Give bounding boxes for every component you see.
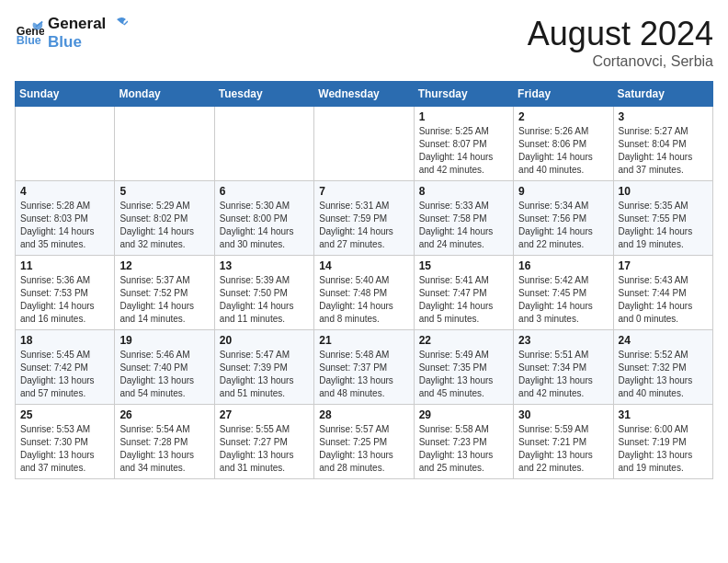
svg-text:Blue: Blue [17, 34, 41, 47]
day-number: 26 [119, 408, 209, 421]
day-detail: Sunrise: 5:51 AMSunset: 7:34 PMDaylight:… [518, 349, 608, 400]
day-detail: Sunrise: 5:28 AMSunset: 8:03 PMDaylight:… [20, 200, 109, 251]
calendar-cell: 27Sunrise: 5:55 AMSunset: 7:27 PMDayligh… [214, 405, 313, 479]
calendar-cell: 22Sunrise: 5:49 AMSunset: 7:35 PMDayligh… [414, 330, 513, 405]
calendar-cell: 24Sunrise: 5:52 AMSunset: 7:32 PMDayligh… [613, 330, 712, 405]
day-detail: Sunrise: 5:45 AMSunset: 7:42 PMDaylight:… [20, 349, 109, 400]
calendar-cell: 14Sunrise: 5:40 AMSunset: 7:48 PMDayligh… [314, 256, 414, 330]
day-number: 3 [619, 110, 708, 123]
day-number: 21 [319, 334, 408, 347]
weekday-header: Friday [514, 82, 613, 107]
logo-bird-icon [108, 16, 128, 32]
day-detail: Sunrise: 6:00 AMSunset: 7:19 PMDaylight:… [619, 423, 708, 475]
day-number: 27 [220, 408, 309, 421]
calendar-cell: 16Sunrise: 5:42 AMSunset: 7:45 PMDayligh… [514, 256, 613, 330]
day-detail: Sunrise: 5:46 AMSunset: 7:40 PMDaylight:… [119, 349, 209, 400]
day-detail: Sunrise: 5:25 AMSunset: 8:07 PMDaylight:… [419, 125, 508, 177]
day-number: 15 [419, 259, 508, 272]
calendar-subtitle: Cortanovci, Serbia [528, 53, 713, 70]
day-detail: Sunrise: 5:35 AMSunset: 7:55 PMDaylight:… [619, 200, 708, 251]
calendar-cell: 29Sunrise: 5:58 AMSunset: 7:23 PMDayligh… [414, 405, 513, 479]
calendar-cell: 8Sunrise: 5:33 AMSunset: 7:58 PMDaylight… [414, 181, 513, 256]
calendar-cell: 10Sunrise: 5:35 AMSunset: 7:55 PMDayligh… [613, 181, 712, 256]
weekday-header: Sunday [16, 82, 115, 107]
weekday-header: Monday [115, 82, 214, 107]
calendar-cell: 18Sunrise: 5:45 AMSunset: 7:42 PMDayligh… [16, 330, 115, 405]
calendar-cell: 9Sunrise: 5:34 AMSunset: 7:56 PMDaylight… [514, 181, 613, 256]
calendar-cell: 28Sunrise: 5:57 AMSunset: 7:25 PMDayligh… [314, 405, 414, 479]
calendar-cell [115, 107, 214, 181]
day-detail: Sunrise: 5:33 AMSunset: 7:58 PMDaylight:… [419, 200, 508, 251]
day-detail: Sunrise: 5:49 AMSunset: 7:35 PMDaylight:… [419, 349, 508, 400]
day-detail: Sunrise: 5:31 AMSunset: 7:59 PMDaylight:… [319, 200, 408, 251]
day-number: 18 [20, 334, 109, 347]
calendar-cell [314, 107, 414, 181]
day-detail: Sunrise: 5:53 AMSunset: 7:30 PMDaylight:… [20, 423, 109, 475]
day-number: 31 [619, 408, 708, 421]
day-detail: Sunrise: 5:43 AMSunset: 7:44 PMDaylight:… [619, 274, 708, 326]
calendar-table: SundayMondayTuesdayWednesdayThursdayFrid… [15, 81, 713, 479]
calendar-cell: 2Sunrise: 5:26 AMSunset: 8:06 PMDaylight… [514, 107, 613, 181]
day-number: 11 [20, 259, 109, 272]
calendar-cell: 17Sunrise: 5:43 AMSunset: 7:44 PMDayligh… [613, 256, 712, 330]
calendar-cell: 6Sunrise: 5:30 AMSunset: 8:00 PMDaylight… [214, 181, 313, 256]
day-detail: Sunrise: 5:48 AMSunset: 7:37 PMDaylight:… [319, 349, 408, 400]
weekday-header: Tuesday [214, 82, 313, 107]
day-number: 5 [119, 185, 209, 198]
calendar-week-row: 25Sunrise: 5:53 AMSunset: 7:30 PMDayligh… [16, 405, 713, 479]
day-detail: Sunrise: 5:58 AMSunset: 7:23 PMDaylight:… [419, 423, 508, 475]
day-number: 4 [20, 185, 109, 198]
day-number: 30 [518, 408, 608, 421]
calendar-week-row: 4Sunrise: 5:28 AMSunset: 8:03 PMDaylight… [16, 181, 713, 256]
day-number: 19 [119, 334, 209, 347]
weekday-header-row: SundayMondayTuesdayWednesdayThursdayFrid… [16, 82, 713, 107]
day-number: 7 [319, 185, 408, 198]
day-number: 10 [619, 185, 708, 198]
day-detail: Sunrise: 5:59 AMSunset: 7:21 PMDaylight:… [518, 423, 608, 475]
calendar-cell: 7Sunrise: 5:31 AMSunset: 7:59 PMDaylight… [314, 181, 414, 256]
day-detail: Sunrise: 5:40 AMSunset: 7:48 PMDaylight:… [319, 274, 408, 326]
weekday-header: Saturday [613, 82, 712, 107]
calendar-cell: 12Sunrise: 5:37 AMSunset: 7:52 PMDayligh… [115, 256, 214, 330]
calendar-cell [214, 107, 313, 181]
calendar-week-row: 1Sunrise: 5:25 AMSunset: 8:07 PMDaylight… [16, 107, 713, 181]
calendar-cell: 26Sunrise: 5:54 AMSunset: 7:28 PMDayligh… [115, 405, 214, 479]
day-detail: Sunrise: 5:34 AMSunset: 7:56 PMDaylight:… [518, 200, 608, 251]
day-detail: Sunrise: 5:36 AMSunset: 7:53 PMDaylight:… [20, 274, 109, 326]
day-detail: Sunrise: 5:57 AMSunset: 7:25 PMDaylight:… [319, 423, 408, 475]
calendar-cell [16, 107, 115, 181]
logo-icon: General Blue [15, 18, 44, 48]
weekday-header: Thursday [414, 82, 513, 107]
calendar-cell: 5Sunrise: 5:29 AMSunset: 8:02 PMDaylight… [115, 181, 214, 256]
title-block: August 2024 Cortanovci, Serbia [528, 15, 713, 70]
logo-general: General [48, 15, 106, 33]
day-detail: Sunrise: 5:52 AMSunset: 7:32 PMDaylight:… [619, 349, 708, 400]
day-detail: Sunrise: 5:30 AMSunset: 8:00 PMDaylight:… [220, 200, 309, 251]
day-number: 22 [419, 334, 508, 347]
calendar-week-row: 11Sunrise: 5:36 AMSunset: 7:53 PMDayligh… [16, 256, 713, 330]
calendar-cell: 19Sunrise: 5:46 AMSunset: 7:40 PMDayligh… [115, 330, 214, 405]
day-number: 14 [319, 259, 408, 272]
day-detail: Sunrise: 5:54 AMSunset: 7:28 PMDaylight:… [119, 423, 209, 475]
calendar-cell: 3Sunrise: 5:27 AMSunset: 8:04 PMDaylight… [613, 107, 712, 181]
day-number: 25 [20, 408, 109, 421]
day-number: 16 [518, 259, 608, 272]
logo-blue: Blue [48, 33, 128, 52]
day-detail: Sunrise: 5:41 AMSunset: 7:47 PMDaylight:… [419, 274, 508, 326]
day-detail: Sunrise: 5:55 AMSunset: 7:27 PMDaylight:… [220, 423, 309, 475]
day-number: 28 [319, 408, 408, 421]
day-number: 1 [419, 110, 508, 123]
day-number: 2 [518, 110, 608, 123]
day-number: 13 [220, 259, 309, 272]
calendar-cell: 11Sunrise: 5:36 AMSunset: 7:53 PMDayligh… [16, 256, 115, 330]
calendar-cell: 13Sunrise: 5:39 AMSunset: 7:50 PMDayligh… [214, 256, 313, 330]
day-number: 29 [419, 408, 508, 421]
day-number: 24 [619, 334, 708, 347]
day-detail: Sunrise: 5:37 AMSunset: 7:52 PMDaylight:… [119, 274, 209, 326]
day-detail: Sunrise: 5:29 AMSunset: 8:02 PMDaylight:… [119, 200, 209, 251]
day-number: 6 [220, 185, 309, 198]
day-number: 12 [119, 259, 209, 272]
calendar-cell: 25Sunrise: 5:53 AMSunset: 7:30 PMDayligh… [16, 405, 115, 479]
calendar-cell: 21Sunrise: 5:48 AMSunset: 7:37 PMDayligh… [314, 330, 414, 405]
day-number: 9 [518, 185, 608, 198]
